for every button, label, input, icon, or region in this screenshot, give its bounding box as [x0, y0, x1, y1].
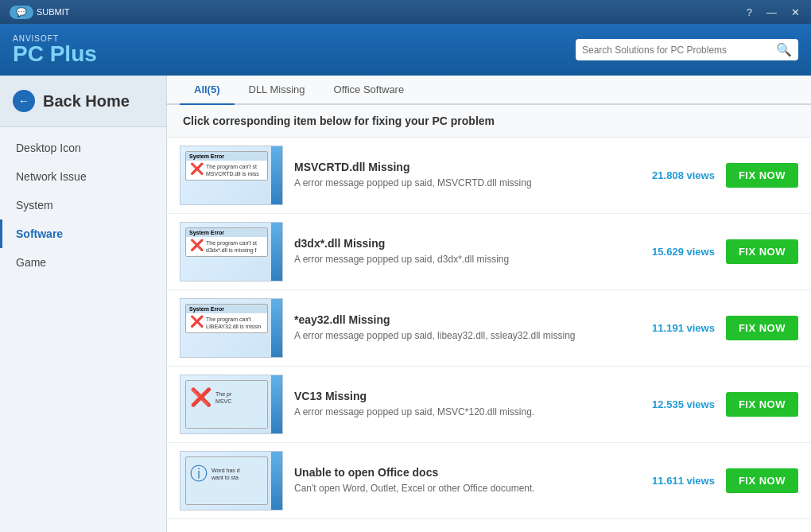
- item-thumbnail-eay32: System Error ❌ The program can'tLIBEAY32…: [180, 298, 283, 358]
- titlebar-controls: ? — ✕: [742, 5, 805, 20]
- item-thumbnail-d3dx: System Error ❌ The program can't std3dx*…: [180, 222, 283, 282]
- fix-now-button-d3dx[interactable]: FIX NOW: [726, 239, 798, 264]
- content-area: All(5) DLL Missing Office Software Click…: [167, 76, 811, 532]
- tab-dll-missing[interactable]: DLL Missing: [235, 76, 320, 105]
- item-views: 11.191 views: [627, 322, 715, 334]
- sidebar-item-network-issue[interactable]: Network Issue: [0, 162, 166, 191]
- list-item: System Error ❌ The program can't stMSVCR…: [167, 138, 811, 214]
- search-icon[interactable]: 🔍: [776, 42, 792, 57]
- item-info-eay32: *eay32.dll Missing A error message poppe…: [294, 313, 616, 343]
- header: ANVISOFT PC Plus 🔍: [0, 24, 811, 76]
- list-item: System Error ❌ The program can't std3dx*…: [167, 214, 811, 290]
- item-thumbnail-office: ⓘ Word has dwant to sta: [180, 451, 283, 511]
- item-title: Unable to open Office docs: [294, 466, 616, 479]
- tab-office-software[interactable]: Office Software: [320, 76, 419, 105]
- item-info-office: Unable to open Office docs Can't open Wo…: [294, 466, 616, 495]
- sidebar-item-game[interactable]: Game: [0, 248, 166, 277]
- back-home-button[interactable]: ← Back Home: [0, 76, 166, 127]
- item-desc: Can't open Word, Outlet, Excel or other …: [294, 482, 616, 495]
- minimize-button[interactable]: —: [762, 5, 782, 20]
- sidebar-item-software[interactable]: Software: [0, 219, 166, 248]
- item-desc: A error message popped up said, libeay32…: [294, 329, 616, 343]
- search-input[interactable]: [582, 45, 776, 56]
- list-item: ⓘ Word has dwant to sta Unable to open O…: [167, 443, 811, 519]
- back-home-label: Back Home: [43, 92, 130, 111]
- tabs: All(5) DLL Missing Office Software: [167, 76, 811, 105]
- logo-accent: Plus: [50, 41, 97, 66]
- item-info-msvcrtd: MSVCRTD.dll Missing A error message popp…: [294, 161, 616, 190]
- fix-now-button-vc13[interactable]: FIX NOW: [726, 392, 798, 417]
- items-header: Click corresponding item below for fixin…: [167, 105, 811, 138]
- sidebar: ← Back Home Desktop Icon Network Issue S…: [0, 76, 167, 532]
- item-title: MSVCRTD.dll Missing: [294, 161, 616, 173]
- submit-label[interactable]: SUBMIT: [37, 7, 70, 17]
- item-views: 21.808 views: [627, 169, 715, 181]
- list-item: System Error ❌ The program can'tLIBEAY32…: [167, 290, 811, 367]
- item-desc: A error message popped up said, d3dx*.dl…: [294, 253, 616, 266]
- item-title: d3dx*.dll Missing: [294, 237, 616, 250]
- item-views: 15.629 views: [627, 246, 715, 258]
- submit-area: 💬 SUBMIT: [10, 6, 70, 19]
- items-list: System Error ❌ The program can't stMSVCR…: [167, 138, 811, 532]
- logo-top: ANVISOFT: [13, 34, 97, 43]
- logo: ANVISOFT PC Plus: [13, 34, 97, 65]
- item-desc: A error message popped up said, MSVCRTD.…: [294, 177, 616, 190]
- fix-now-button-msvcrtd[interactable]: FIX NOW: [726, 163, 798, 188]
- close-button[interactable]: ✕: [786, 5, 805, 20]
- item-info-d3dx: d3dx*.dll Missing A error message popped…: [294, 237, 616, 266]
- help-button[interactable]: ?: [742, 5, 757, 20]
- logo-bottom: PC Plus: [13, 43, 97, 65]
- fix-now-button-eay32[interactable]: FIX NOW: [726, 316, 798, 340]
- item-views: 12.535 views: [627, 398, 715, 410]
- main-layout: ← Back Home Desktop Icon Network Issue S…: [0, 76, 811, 532]
- sidebar-item-desktop-icon[interactable]: Desktop Icon: [0, 134, 166, 162]
- item-info-vc13: VC13 Missing A error message popped up s…: [294, 390, 616, 419]
- logo-plain: PC: [13, 41, 50, 66]
- list-item: ❌ The prMSVC VC13 Missing A error messag…: [167, 367, 811, 443]
- item-title: VC13 Missing: [294, 390, 616, 402]
- back-arrow-icon: ←: [13, 90, 35, 112]
- fix-now-button-office[interactable]: FIX NOW: [726, 468, 798, 493]
- nav-items: Desktop Icon Network Issue System Softwa…: [0, 127, 166, 283]
- submit-bubble: 💬: [10, 6, 33, 19]
- item-thumbnail-msvcrtd: System Error ❌ The program can't stMSVCR…: [180, 146, 283, 205]
- item-thumbnail-vc13: ❌ The prMSVC: [180, 375, 283, 434]
- tab-all[interactable]: All(5): [180, 76, 235, 105]
- item-views: 11.611 views: [627, 475, 715, 487]
- item-desc: A error message popped up said, MSVC*120…: [294, 406, 616, 419]
- search-bar: 🔍: [576, 39, 798, 60]
- sidebar-item-system[interactable]: System: [0, 191, 166, 219]
- titlebar: 💬 SUBMIT ? — ✕: [0, 0, 811, 24]
- item-title: *eay32.dll Missing: [294, 313, 616, 326]
